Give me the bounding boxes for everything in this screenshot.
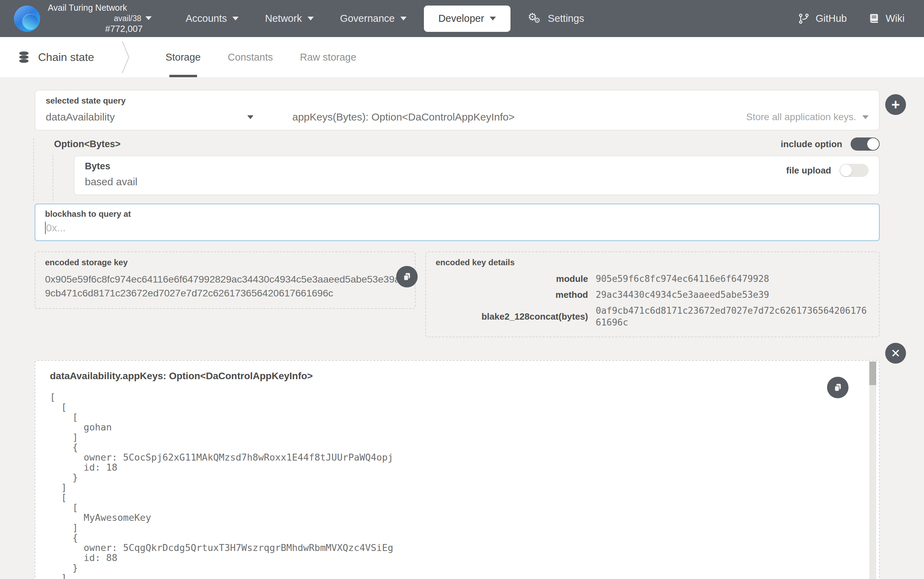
tab-constants[interactable]: Constants bbox=[226, 37, 275, 77]
detail-row-value: 0af9cb471c6d8171c23672ed7027e7d72c626173… bbox=[596, 305, 869, 328]
menu-settings-label: Settings bbox=[548, 13, 584, 24]
caret-down-icon bbox=[146, 16, 152, 20]
include-option-toggle[interactable] bbox=[850, 137, 880, 150]
encoded-storage-key-label: encoded storage key bbox=[45, 258, 405, 267]
tab-storage[interactable]: Storage bbox=[164, 37, 203, 77]
option-row: Option<Bytes> include option bbox=[34, 137, 880, 150]
section-title-label: Chain state bbox=[38, 51, 94, 64]
encoded-key-details-rows: module 905e59f6c8fc974ec64116e6f6479928 … bbox=[436, 273, 869, 328]
method-doc-text: Store all application keys. bbox=[746, 111, 856, 123]
blockhash-input-row bbox=[45, 222, 869, 234]
bytes-param-card: Bytes based avail file upload bbox=[74, 155, 880, 195]
tree-connector-line bbox=[52, 155, 53, 201]
main-content: selected state query dataAvailability ap… bbox=[34, 90, 880, 579]
query-results-title: dataAvailability.appKeys: Option<DaContr… bbox=[50, 371, 834, 382]
encoded-key-row: encoded storage key 0x905e59f6c8fc974ec6… bbox=[34, 252, 880, 337]
caret-down-icon bbox=[232, 16, 239, 20]
wiki-link[interactable]: Wiki bbox=[868, 13, 904, 25]
include-option-label: include option bbox=[781, 139, 842, 150]
gear-icon: ⚙⚙ bbox=[528, 11, 542, 26]
network-name: Avail Turing Network bbox=[48, 2, 127, 13]
menu-governance-label: Governance bbox=[340, 13, 395, 24]
method-signature[interactable]: appKeys(Bytes): Option<DaControlAppKeyIn… bbox=[292, 111, 515, 123]
state-query-label: selected state query bbox=[46, 96, 868, 106]
top-navbar: Avail Turing Network avail/38 #772,007 A… bbox=[0, 0, 924, 37]
detail-row-name: method bbox=[436, 290, 588, 300]
encoded-storage-key-card: encoded storage key 0x905e59f6c8fc974ec6… bbox=[34, 252, 415, 309]
close-results-button[interactable]: ✕ bbox=[885, 343, 906, 364]
external-links: GitHub Wiki bbox=[798, 13, 904, 25]
blockhash-input[interactable] bbox=[46, 222, 869, 234]
toggle-knob bbox=[867, 138, 879, 150]
tree-connector-line bbox=[33, 138, 34, 201]
menu-developer[interactable]: Developer bbox=[424, 5, 510, 32]
detail-row-value: 29ac34430c4934c5e3aaeed5abe53e39 bbox=[596, 289, 869, 301]
menu-network[interactable]: Network bbox=[252, 0, 327, 37]
chevron-separator bbox=[121, 41, 130, 74]
chain-spec-label: avail/38 bbox=[114, 13, 141, 23]
method-doc-select[interactable]: Store all application keys. bbox=[746, 111, 868, 123]
query-results-output: [ [ [ gohan ] { owner: 5CocSpj62xG11MAkQ… bbox=[50, 392, 834, 579]
copy-results-button[interactable] bbox=[827, 377, 849, 398]
add-query-button[interactable]: + bbox=[885, 94, 906, 115]
scrollbar-thumb[interactable] bbox=[869, 361, 876, 385]
menu-network-label: Network bbox=[265, 13, 302, 24]
caret-down-icon bbox=[862, 115, 868, 119]
menu-developer-label: Developer bbox=[438, 13, 484, 24]
caret-down-icon bbox=[490, 16, 496, 20]
query-results-card: dataAvailability.appKeys: Option<DaContr… bbox=[34, 360, 880, 579]
file-upload-label: file upload bbox=[786, 165, 831, 176]
include-option-group: include option bbox=[781, 137, 880, 150]
param-type-label: Option<Bytes> bbox=[54, 139, 121, 150]
caret-down-icon bbox=[307, 16, 314, 20]
tabs: Storage Constants Raw storage bbox=[164, 37, 381, 77]
github-link[interactable]: GitHub bbox=[798, 13, 847, 25]
github-fork-icon bbox=[798, 13, 810, 25]
wiki-book-icon bbox=[868, 13, 880, 25]
state-query-card: selected state query dataAvailability ap… bbox=[34, 90, 880, 131]
copy-storage-key-button[interactable] bbox=[396, 266, 418, 288]
avail-logo[interactable] bbox=[14, 5, 40, 32]
toggle-knob bbox=[840, 165, 852, 176]
menu-accounts[interactable]: Accounts bbox=[172, 0, 252, 37]
bytes-param-label: Bytes bbox=[85, 161, 868, 172]
bytes-param-value[interactable]: based avail bbox=[85, 176, 868, 188]
file-upload-toggle[interactable] bbox=[839, 164, 868, 177]
caret-down-icon bbox=[247, 115, 253, 119]
blockhash-label: blockhash to query at bbox=[45, 209, 869, 219]
menu-accounts-label: Accounts bbox=[186, 13, 227, 24]
section-title: Chain state bbox=[17, 37, 94, 77]
detail-row-name: module bbox=[436, 273, 588, 284]
encoded-key-details-label: encoded key details bbox=[436, 258, 869, 267]
block-number: #772,007 bbox=[105, 23, 143, 34]
copy-icon bbox=[833, 383, 842, 393]
main-menu: Accounts Network Governance Developer ⚙⚙… bbox=[172, 0, 597, 37]
text-cursor bbox=[45, 222, 46, 234]
caret-down-icon bbox=[401, 16, 407, 20]
detail-row-name: blake2_128concat(bytes) bbox=[436, 311, 588, 322]
tab-raw-storage[interactable]: Raw storage bbox=[298, 37, 358, 77]
chain-spec: avail/38 bbox=[114, 13, 152, 23]
menu-governance[interactable]: Governance bbox=[327, 0, 420, 37]
blockhash-card: blockhash to query at bbox=[34, 204, 880, 241]
state-query-row: dataAvailability appKeys(Bytes): Option<… bbox=[46, 111, 868, 123]
tab-constants-label: Constants bbox=[227, 52, 273, 63]
detail-row-value: 905e59f6c8fc974ec64116e6f6479928 bbox=[596, 273, 869, 285]
tab-storage-label: Storage bbox=[165, 52, 201, 63]
query-params: Option<Bytes> include option Bytes based… bbox=[34, 137, 880, 195]
pallet-select[interactable]: dataAvailability bbox=[46, 111, 253, 123]
menu-settings[interactable]: ⚙⚙ Settings bbox=[515, 0, 597, 37]
copy-icon bbox=[402, 272, 412, 281]
file-upload-group: file upload bbox=[786, 164, 868, 177]
github-label: GitHub bbox=[816, 13, 847, 24]
network-summary[interactable]: Avail Turing Network avail/38 #772,007 bbox=[48, 2, 152, 34]
section-tabbar: Chain state Storage Constants Raw storag… bbox=[0, 37, 924, 77]
database-icon bbox=[17, 51, 31, 64]
page: { "navbar": { "network_name": "Avail Tur… bbox=[0, 0, 924, 579]
encoded-key-details-card: encoded key details module 905e59f6c8fc9… bbox=[425, 252, 880, 337]
wiki-label: Wiki bbox=[886, 13, 904, 24]
results-scrollbar[interactable] bbox=[869, 361, 876, 579]
encoded-storage-key-value: 0x905e59f6c8fc974ec64116e6f647992829ac34… bbox=[45, 272, 405, 300]
pallet-select-value: dataAvailability bbox=[46, 111, 115, 123]
tab-raw-storage-label: Raw storage bbox=[300, 52, 357, 63]
